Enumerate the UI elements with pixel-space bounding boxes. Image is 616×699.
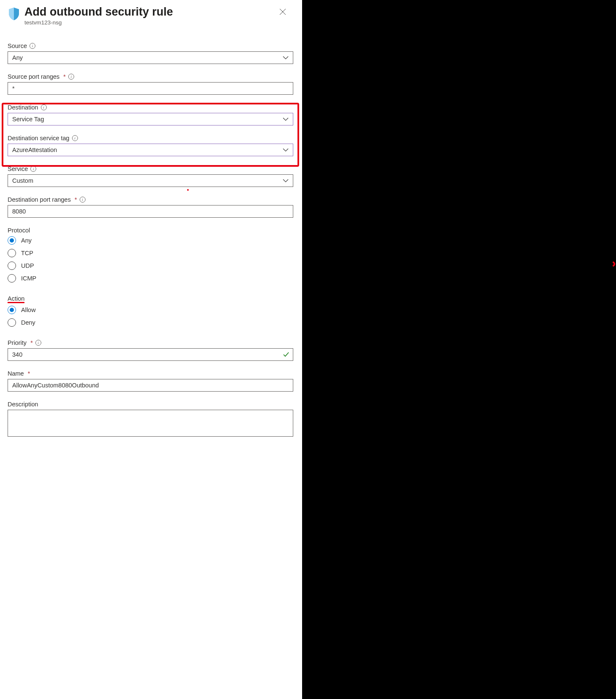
name-input[interactable]	[8, 379, 293, 392]
field-action: Action Allow Deny	[8, 295, 295, 327]
field-priority: Priority* i	[8, 339, 295, 361]
name-label: Name*	[8, 370, 30, 377]
close-button[interactable]	[277, 6, 289, 19]
destination-port-ranges-input[interactable]	[8, 205, 293, 218]
protocol-option-udp[interactable]: UDP	[8, 261, 295, 270]
radio-icon	[8, 306, 16, 314]
chevron-down-icon	[283, 117, 289, 121]
chevron-down-icon	[283, 148, 289, 152]
shield-icon	[8, 7, 20, 21]
close-icon	[279, 8, 286, 15]
info-icon[interactable]: i	[80, 197, 86, 203]
security-rule-blade: Add outbound security rule testvm123-nsg…	[0, 0, 302, 699]
checkmark-icon	[283, 352, 289, 357]
source-port-ranges-label: Source port ranges* i	[8, 73, 74, 80]
priority-input[interactable]	[8, 348, 293, 361]
info-icon[interactable]: i	[35, 340, 41, 346]
destination-port-ranges-label: Destination port ranges* i	[8, 196, 86, 203]
destination-select[interactable]: Service Tag	[8, 113, 293, 125]
blade-header: Add outbound security rule testvm123-nsg	[8, 5, 295, 26]
destination-service-tag-label: Destination service tag i	[8, 135, 78, 141]
info-icon[interactable]: i	[30, 166, 36, 172]
info-icon[interactable]: i	[68, 74, 74, 80]
protocol-option-any[interactable]: Any	[8, 236, 295, 245]
field-name: Name*	[8, 370, 295, 392]
radio-icon	[8, 236, 16, 245]
field-description: Description	[8, 401, 295, 437]
protocol-label: Protocol	[8, 227, 295, 234]
protocol-radio-group: Any TCP UDP ICMP	[8, 236, 295, 283]
service-select[interactable]: Custom	[8, 174, 293, 187]
action-option-allow[interactable]: Allow	[8, 306, 295, 314]
destination-service-tag-select[interactable]: AzureAttestation	[8, 144, 293, 156]
field-destination-service-tag: Destination service tag i AzureAttestati…	[8, 135, 295, 156]
required-indicator: *	[63, 73, 66, 80]
info-icon[interactable]: i	[41, 104, 47, 110]
blade-title: Add outbound security rule	[24, 5, 173, 19]
required-indicator: *	[28, 370, 30, 377]
description-label: Description	[8, 401, 38, 408]
field-protocol: Protocol Any TCP UDP ICMP	[8, 227, 295, 283]
radio-icon	[8, 261, 16, 270]
service-label: Service i	[8, 165, 36, 172]
field-destination-port-ranges: Destination port ranges* i	[8, 196, 295, 218]
annotation-stroke	[432, 261, 616, 267]
chevron-down-icon	[283, 56, 289, 59]
source-label: Source i	[8, 43, 35, 49]
source-port-ranges-input[interactable]	[8, 82, 293, 95]
description-input[interactable]	[8, 410, 293, 437]
field-source: Source i Any	[8, 43, 295, 64]
radio-icon	[8, 249, 16, 257]
info-icon[interactable]: i	[29, 43, 35, 49]
priority-label: Priority* i	[8, 339, 41, 346]
action-label: Action	[8, 295, 295, 303]
radio-icon	[8, 274, 16, 283]
chevron-down-icon	[283, 179, 289, 182]
action-radio-group: Allow Deny	[8, 306, 295, 327]
annotation-dot	[187, 189, 189, 191]
protocol-option-icmp[interactable]: ICMP	[8, 274, 295, 283]
required-indicator: *	[30, 339, 33, 346]
field-destination: Destination i Service Tag	[8, 104, 295, 125]
action-option-deny[interactable]: Deny	[8, 318, 295, 327]
source-select[interactable]: Any	[8, 51, 293, 64]
field-service: Service i Custom	[8, 165, 295, 187]
destination-label: Destination i	[8, 104, 47, 111]
protocol-option-tcp[interactable]: TCP	[8, 249, 295, 257]
blade-subtitle: testvm123-nsg	[24, 19, 173, 26]
radio-icon	[8, 318, 16, 327]
required-indicator: *	[75, 196, 77, 203]
field-source-port-ranges: Source port ranges* i	[8, 73, 295, 95]
info-icon[interactable]: i	[72, 135, 78, 141]
